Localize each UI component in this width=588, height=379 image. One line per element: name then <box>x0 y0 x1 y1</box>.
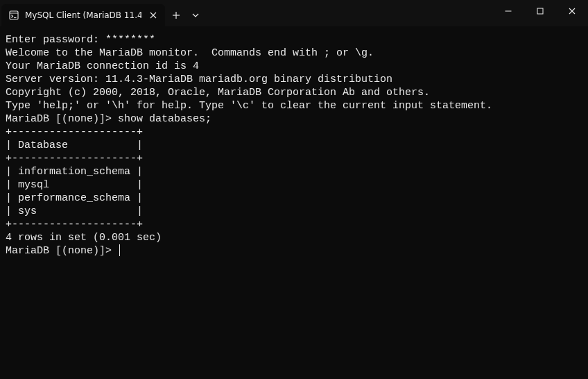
new-tab-button[interactable] <box>165 4 187 26</box>
terminal-line: MariaDB [(none)]> <box>6 244 582 258</box>
terminal-line: +--------------------+ <box>6 126 582 139</box>
terminal-app-icon <box>8 10 19 21</box>
terminal-line: Copyright (c) 2000, 2018, Oracle, MariaD… <box>6 86 582 99</box>
terminal-line: | performance_schema | <box>6 192 582 205</box>
terminal-line: Your MariaDB connection id is 4 <box>6 60 582 73</box>
svg-rect-0 <box>10 11 18 19</box>
tab-close-button[interactable] <box>147 9 159 22</box>
tab-title: MySQL Client (MariaDB 11.4 (x <box>25 10 141 20</box>
minimize-button[interactable] <box>492 0 524 22</box>
terminal-line: Type 'help;' or '\h' for help. Type '\c'… <box>6 99 582 112</box>
close-button[interactable] <box>556 0 588 22</box>
terminal-line: Welcome to the MariaDB monitor. Commands… <box>6 47 582 60</box>
terminal-line: +--------------------+ <box>6 152 582 165</box>
tab-dropdown-button[interactable] <box>187 4 204 26</box>
terminal-line: MariaDB [(none)]> show databases; <box>6 112 582 126</box>
cursor <box>119 244 120 256</box>
terminal-line: +--------------------+ <box>6 218 582 231</box>
terminal-line: | sys | <box>6 205 582 218</box>
svg-rect-8 <box>537 8 543 14</box>
terminal-line: | Database | <box>6 139 582 152</box>
terminal-line: Enter password: ******** <box>6 33 582 47</box>
terminal-line: Server version: 11.4.3-MariaDB mariadb.o… <box>6 73 582 86</box>
active-tab[interactable]: MySQL Client (MariaDB 11.4 (x <box>1 4 165 26</box>
titlebar: MySQL Client (MariaDB 11.4 (x <box>0 0 588 26</box>
terminal-output[interactable]: Enter password: ********Welcome to the M… <box>0 26 588 264</box>
terminal-line: | mysql | <box>6 178 582 192</box>
terminal-line: | information_schema | <box>6 165 582 178</box>
maximize-button[interactable] <box>524 0 556 22</box>
terminal-line: 4 rows in set (0.001 sec) <box>6 231 582 244</box>
window-controls <box>492 0 588 22</box>
